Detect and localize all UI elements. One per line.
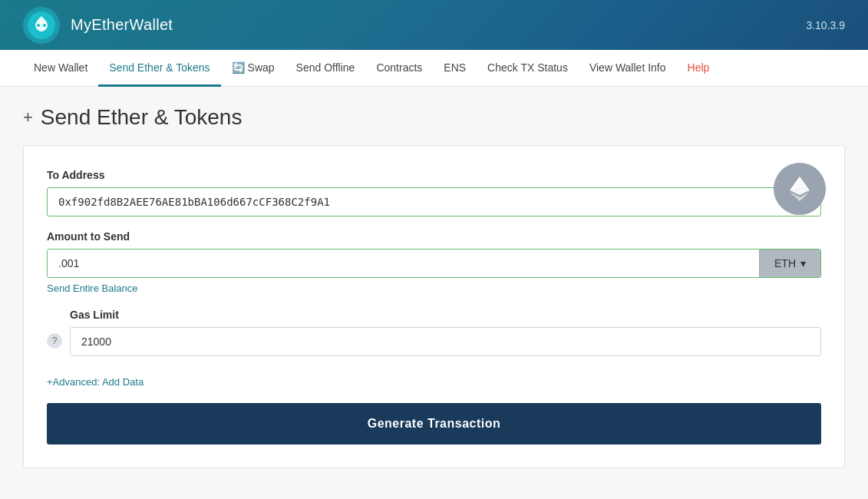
swap-icon: 🔄 — [232, 61, 245, 74]
main-nav: New Wallet Send Ether & Tokens 🔄Swap Sen… — [0, 50, 868, 87]
send-form-card: To Address Amount to Send ETH ▾ Send Ent… — [23, 145, 845, 468]
nav-swap[interactable]: 🔄Swap — [221, 51, 285, 87]
svg-point-1 — [37, 24, 40, 27]
generate-transaction-button[interactable]: Generate Transaction — [47, 403, 821, 444]
dropdown-arrow-icon: ▾ — [800, 257, 806, 269]
nav-ens[interactable]: ENS — [433, 51, 477, 87]
svg-point-2 — [43, 24, 46, 27]
amount-input[interactable] — [48, 250, 759, 277]
gas-help-icon[interactable]: ? — [47, 333, 62, 349]
amount-group: Amount to Send ETH ▾ Send Entire Balance — [47, 230, 821, 295]
header-brand: MyEtherWallet — [23, 7, 173, 44]
amount-row: ETH ▾ — [47, 249, 821, 278]
eth-logo — [774, 163, 826, 215]
nav-check-tx[interactable]: Check TX Status — [477, 51, 579, 87]
page-content: + Send Ether & Tokens To Address Amount … — [0, 87, 868, 487]
gas-limit-label: Gas Limit — [70, 309, 821, 321]
gas-limit-content: Gas Limit — [70, 309, 821, 370]
gas-limit-row: ? Gas Limit — [47, 309, 821, 370]
gas-limit-group: Gas Limit — [70, 309, 821, 356]
amount-label: Amount to Send — [47, 230, 821, 243]
nav-send-offline[interactable]: Send Offline — [285, 51, 366, 87]
page-title-row: + Send Ether & Tokens — [23, 105, 845, 130]
send-entire-balance-link[interactable]: Send Entire Balance — [47, 283, 138, 294]
nav-help[interactable]: Help — [677, 51, 721, 87]
to-address-label: To Address — [47, 169, 821, 181]
nav-contracts[interactable]: Contracts — [365, 51, 433, 87]
app-version: 3.10.3.9 — [806, 19, 845, 31]
nav-new-wallet[interactable]: New Wallet — [23, 51, 98, 87]
app-header: MyEtherWallet 3.10.3.9 — [0, 0, 868, 50]
nav-view-wallet[interactable]: View Wallet Info — [579, 51, 677, 87]
gas-limit-input[interactable] — [70, 327, 821, 356]
page-title: Send Ether & Tokens — [41, 105, 243, 130]
plus-icon: + — [23, 107, 33, 127]
currency-dropdown[interactable]: ETH ▾ — [759, 250, 820, 277]
app-logo — [23, 7, 60, 44]
currency-label: ETH — [774, 257, 796, 269]
advanced-link[interactable]: +Advanced: Add Data — [47, 376, 144, 388]
to-address-group: To Address — [47, 169, 821, 216]
nav-send-ether[interactable]: Send Ether & Tokens — [98, 51, 220, 87]
to-address-input[interactable] — [47, 187, 821, 216]
app-name: MyEtherWallet — [71, 16, 173, 34]
